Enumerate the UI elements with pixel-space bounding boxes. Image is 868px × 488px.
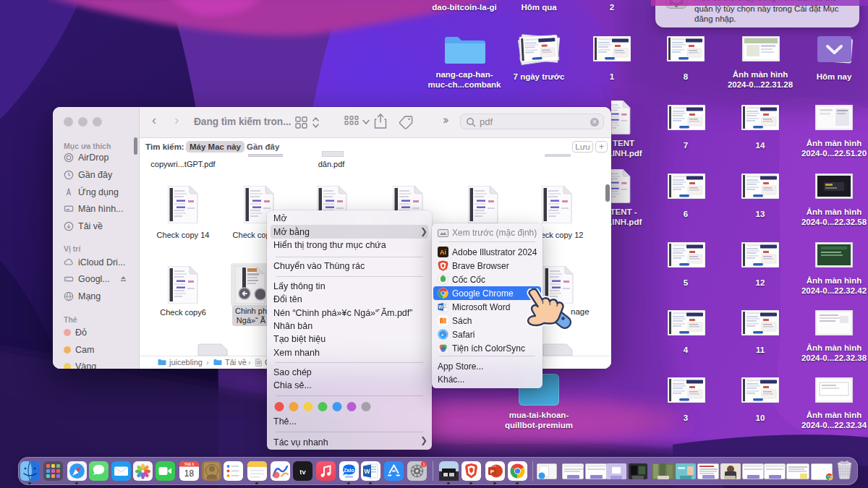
svg-text:W: W	[364, 468, 370, 475]
svg-text:W: W	[438, 304, 443, 309]
svg-text:1: 1	[422, 462, 425, 466]
svg-text:tv: tv	[299, 468, 306, 476]
svg-text:P: P	[490, 468, 494, 475]
svg-text:18: 18	[184, 468, 194, 479]
svg-text:Ai: Ai	[440, 249, 446, 256]
svg-text:Zalo: Zalo	[344, 468, 354, 473]
svg-text:THG 6: THG 6	[184, 463, 194, 466]
